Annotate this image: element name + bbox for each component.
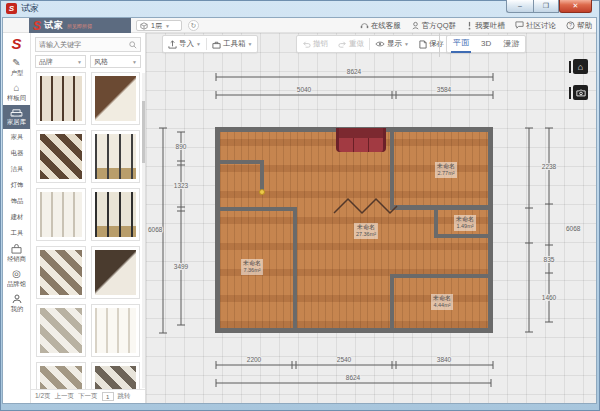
- product-thumb-7[interactable]: [36, 246, 86, 299]
- close-button[interactable]: ✕: [559, 0, 592, 13]
- rail-item-3[interactable]: 家居库: [3, 105, 30, 129]
- wall-outer-right: [488, 127, 493, 333]
- rail-logo-icon: S: [11, 35, 21, 55]
- import-icon: [168, 40, 177, 49]
- floorplan-canvas[interactable]: 导入 ▼ 工具箱 ▼: [146, 33, 596, 403]
- product-image: [40, 250, 82, 295]
- room-label: 未命名 1.49m²: [454, 215, 476, 231]
- tab-roam-view[interactable]: 漫游: [501, 36, 521, 52]
- jump-page-link[interactable]: 跳转: [118, 392, 131, 401]
- chevron-down-icon: ▼: [77, 59, 82, 65]
- rail-item-5[interactable]: 电器: [3, 145, 30, 161]
- rail-item-12[interactable]: ◎品牌馆: [3, 266, 30, 291]
- app-frame: S 试家 所见即所得 1层 ▼ ↻ 在线客服官方QQ群我要吐槽社区讨论?帮助 S…: [2, 17, 597, 404]
- svg-text:2200: 2200: [247, 356, 262, 363]
- room-area: 27.36m²: [356, 231, 376, 238]
- sofa-object[interactable]: [336, 128, 386, 152]
- menu-item-label: 在线客服: [371, 21, 401, 31]
- menu-item-1[interactable]: 在线客服: [360, 21, 401, 31]
- room-label: 未命名 7.36m²: [241, 259, 263, 275]
- panel-scrollbar[interactable]: [142, 73, 145, 388]
- product-thumb-11[interactable]: [36, 362, 86, 389]
- save-button[interactable]: 保存: [414, 36, 449, 52]
- product-thumb-1[interactable]: [36, 72, 86, 125]
- page-number-input[interactable]: [102, 392, 114, 401]
- title-bar[interactable]: S 试家 – ❐ ✕: [0, 0, 600, 17]
- product-image: [40, 366, 82, 389]
- tab-plan-view[interactable]: 平面: [451, 35, 471, 53]
- svg-text:8624: 8624: [347, 68, 362, 75]
- rail-item-6[interactable]: 洁具: [3, 161, 30, 177]
- product-thumb-6[interactable]: [91, 188, 141, 241]
- rail-item-4[interactable]: 家具: [3, 129, 30, 145]
- svg-text:890: 890: [176, 143, 187, 150]
- room-label: 未命名 27.36m²: [354, 223, 378, 239]
- rail-item-1[interactable]: ✎户型: [3, 55, 30, 80]
- product-image: [40, 134, 82, 179]
- logo-name: 试家: [44, 19, 64, 32]
- rail-item-9[interactable]: 建材: [3, 209, 30, 225]
- product-thumb-4[interactable]: [91, 130, 141, 183]
- menu-item-3[interactable]: 我要吐槽: [466, 21, 505, 31]
- headset-icon: [360, 21, 369, 30]
- prev-page-link[interactable]: 上一页: [55, 392, 75, 401]
- wall-interior: [215, 207, 297, 211]
- maximize-button[interactable]: ❐: [533, 0, 559, 13]
- product-thumb-5[interactable]: [36, 188, 86, 241]
- room-area: 7.36m²: [243, 267, 261, 274]
- product-thumb-9[interactable]: [36, 304, 86, 357]
- wall-outer-bottom: [215, 328, 493, 333]
- import-button[interactable]: 导入 ▼: [163, 36, 206, 52]
- style-filter-dropdown[interactable]: 风格 ▼: [90, 55, 141, 68]
- menu-item-4[interactable]: 社区讨论: [515, 21, 556, 31]
- svg-text:8624: 8624: [346, 374, 361, 381]
- product-thumb-3[interactable]: [36, 130, 86, 183]
- rail-item-label: 灯饰: [10, 181, 23, 188]
- search-icon: [129, 41, 137, 49]
- menu-item-5[interactable]: ?帮助: [566, 21, 592, 31]
- scrollbar-thumb[interactable]: [142, 101, 145, 163]
- logo-s-icon: S: [33, 20, 41, 32]
- product-thumb-12[interactable]: [91, 362, 141, 389]
- redo-icon: [338, 40, 347, 49]
- rail-item-2[interactable]: ⌂样板间: [3, 80, 30, 105]
- menu-item-2[interactable]: 官方QQ群: [411, 21, 456, 31]
- tab-3d-view[interactable]: 3D: [479, 37, 493, 51]
- snapshot-button[interactable]: [569, 85, 588, 100]
- rail-item-11[interactable]: 经销商: [3, 241, 30, 266]
- product-image: [95, 366, 137, 389]
- rail-item-label: 饰品: [10, 197, 23, 204]
- next-page-link[interactable]: 下一页: [78, 392, 98, 401]
- handle-bar: [569, 87, 571, 99]
- rail-item-7[interactable]: 灯饰: [3, 177, 30, 193]
- display-button[interactable]: 显示 ▼: [370, 36, 414, 52]
- minimize-button[interactable]: –: [506, 0, 533, 13]
- svg-text:3499: 3499: [174, 263, 189, 270]
- camera-icon: [576, 89, 586, 97]
- undo-button[interactable]: 撤销: [297, 36, 333, 52]
- toolbox-button[interactable]: 工具箱 ▼: [207, 36, 257, 52]
- search-input[interactable]: [39, 41, 129, 48]
- wall-endpoint-handle[interactable]: [259, 189, 265, 195]
- search-box[interactable]: [35, 37, 141, 52]
- rail-item-8[interactable]: 饰品: [3, 193, 30, 209]
- room-name: 未命名: [456, 216, 474, 223]
- redo-button[interactable]: 重做: [333, 36, 369, 52]
- category-rail: S ✎户型⌂样板间家居库家具电器洁具灯饰饰品建材工具经销商◎品牌馆我的: [3, 33, 31, 403]
- floor-selector[interactable]: 1层 ▼: [136, 20, 182, 31]
- sofa-seat: [339, 138, 383, 152]
- rail-item-label: 经销商: [7, 255, 26, 262]
- brand-filter-dropdown[interactable]: 品牌 ▼: [35, 55, 86, 68]
- product-image: [40, 76, 82, 121]
- product-thumb-2[interactable]: [91, 72, 141, 125]
- home-view-button[interactable]: ⌂: [569, 59, 588, 74]
- wall-interior: [390, 274, 394, 333]
- product-thumb-8[interactable]: [91, 246, 141, 299]
- refresh-settings-button[interactable]: ↻: [188, 20, 199, 31]
- svg-text:835: 835: [544, 256, 555, 263]
- svg-text:3840: 3840: [437, 356, 452, 363]
- rail-item-13[interactable]: 我的: [3, 291, 30, 316]
- product-thumb-10[interactable]: [91, 304, 141, 357]
- rail-item-10[interactable]: 工具: [3, 225, 30, 241]
- user-icon: [12, 294, 22, 304]
